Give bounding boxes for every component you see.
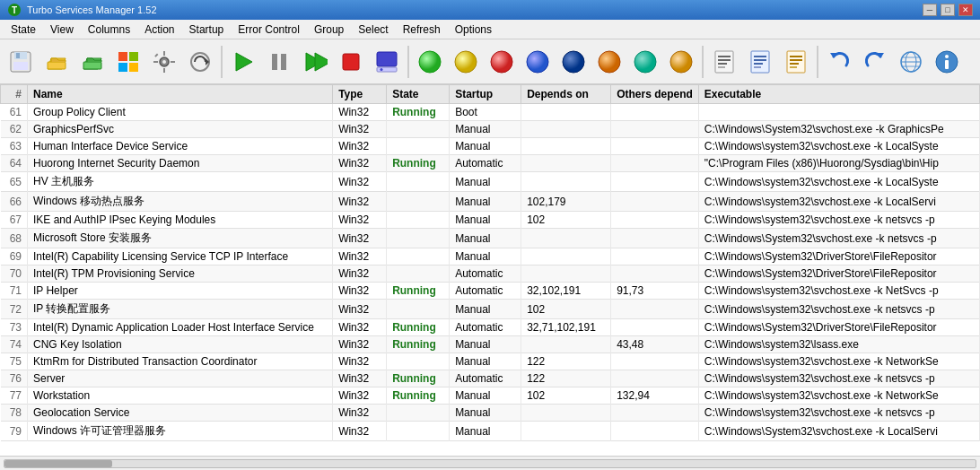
report3-button[interactable] bbox=[779, 43, 813, 81]
col-header-startup[interactable]: Startup bbox=[450, 85, 521, 104]
table-row[interactable]: 72 IP 转换配置服务 Win32 Manual 102 C:\Windows… bbox=[1, 300, 980, 319]
windows-button[interactable] bbox=[111, 43, 145, 81]
green-status-button[interactable] bbox=[413, 43, 447, 81]
cell-startup: Manual bbox=[450, 405, 521, 422]
restart-button[interactable] bbox=[298, 43, 332, 81]
cell-others bbox=[611, 192, 699, 212]
svg-point-63 bbox=[945, 55, 949, 58]
darkblue-status-button[interactable] bbox=[556, 43, 591, 81]
maximize-button[interactable]: □ bbox=[941, 4, 955, 16]
col-header-state[interactable]: State bbox=[387, 85, 450, 104]
table-row[interactable]: 78 Geolocation Service Win32 Manual C:\W… bbox=[1, 405, 980, 422]
menu-select[interactable]: Select bbox=[351, 22, 395, 38]
menu-group[interactable]: Group bbox=[307, 22, 351, 38]
window-controls[interactable]: ─ □ ✕ bbox=[923, 4, 973, 16]
table-row[interactable]: 68 Microsoft Store 安装服务 Win32 Manual C:\… bbox=[1, 229, 980, 248]
amber-status-button[interactable] bbox=[664, 43, 698, 81]
redo-button[interactable] bbox=[858, 43, 892, 81]
scrollbar-thumb[interactable] bbox=[4, 460, 112, 467]
open-back-button[interactable] bbox=[75, 43, 109, 81]
table-row[interactable]: 61 Group Policy Client Win32 Running Boo… bbox=[1, 104, 980, 121]
menu-state[interactable]: State bbox=[4, 22, 43, 38]
cell-name: GraphicsPerfSvc bbox=[28, 121, 333, 138]
table-row[interactable]: 73 Intel(R) Dynamic Application Loader H… bbox=[1, 319, 980, 336]
cell-type: Win32 bbox=[333, 336, 387, 353]
cell-name: CNG Key Isolation bbox=[28, 336, 333, 353]
close-button[interactable]: ✕ bbox=[958, 4, 973, 16]
install-button[interactable] bbox=[370, 43, 404, 81]
red-status-button[interactable] bbox=[485, 43, 519, 81]
blue-status-button[interactable] bbox=[521, 43, 555, 81]
col-header-exec[interactable]: Executable bbox=[698, 85, 979, 104]
yellow-status-button[interactable] bbox=[449, 43, 483, 81]
scrollbar-track[interactable] bbox=[4, 459, 976, 468]
cell-name: Windows 移动热点服务 bbox=[28, 192, 333, 212]
minimize-button[interactable]: ─ bbox=[923, 4, 937, 16]
table-row[interactable]: 66 Windows 移动热点服务 Win32 Manual 102,179 C… bbox=[1, 192, 980, 212]
table-row[interactable]: 70 Intel(R) TPM Provisioning Service Win… bbox=[1, 265, 980, 283]
cell-startup: Manual bbox=[450, 212, 521, 229]
menu-columns[interactable]: Columns bbox=[81, 22, 137, 38]
teal-status-button[interactable] bbox=[628, 43, 662, 81]
svg-marker-27 bbox=[315, 53, 328, 71]
cell-name: Intel(R) Dynamic Application Loader Host… bbox=[28, 319, 333, 336]
stop-button[interactable] bbox=[334, 43, 368, 81]
service-table-container[interactable]: # Name Type State Startup Depends on Oth… bbox=[0, 84, 980, 456]
col-header-name[interactable]: Name bbox=[28, 85, 333, 104]
table-row[interactable]: 77 Workstation Win32 Running Manual 102 … bbox=[1, 387, 980, 405]
cell-depends: 102 bbox=[521, 300, 611, 319]
cell-name: KtmRm for Distributed Transaction Coordi… bbox=[28, 353, 333, 370]
col-header-type[interactable]: Type bbox=[333, 85, 387, 104]
svg-rect-48 bbox=[754, 63, 763, 65]
settings-button[interactable] bbox=[147, 43, 181, 81]
svg-rect-10 bbox=[118, 52, 127, 61]
cell-name: Huorong Internet Security Daemon bbox=[28, 155, 333, 172]
cell-others: 43,48 bbox=[611, 336, 699, 353]
cell-state bbox=[387, 353, 450, 370]
cell-type: Win32 bbox=[333, 283, 387, 300]
update-button[interactable] bbox=[183, 43, 217, 81]
open-button[interactable] bbox=[39, 43, 74, 81]
table-row[interactable]: 62 GraphicsPerfSvc Win32 Manual C:\Windo… bbox=[1, 121, 980, 138]
table-row[interactable]: 79 Windows 许可证管理器服务 Win32 Manual C:\Wind… bbox=[1, 422, 980, 441]
table-row[interactable]: 63 Human Interface Device Service Win32 … bbox=[1, 138, 980, 155]
svg-rect-4 bbox=[13, 62, 28, 70]
cell-num: 72 bbox=[1, 300, 28, 319]
menu-options[interactable]: Options bbox=[448, 22, 499, 38]
start-button[interactable] bbox=[226, 43, 260, 81]
undo-button[interactable] bbox=[822, 43, 856, 81]
sep3 bbox=[702, 46, 704, 78]
report2-button[interactable] bbox=[743, 43, 777, 81]
orange-status-button[interactable] bbox=[592, 43, 626, 81]
cell-depends bbox=[521, 121, 611, 138]
table-row[interactable]: 69 Intel(R) Capability Licensing Service… bbox=[1, 248, 980, 265]
menu-refresh[interactable]: Refresh bbox=[396, 22, 448, 38]
col-header-num[interactable]: # bbox=[1, 85, 28, 104]
cell-type: Win32 bbox=[333, 155, 387, 172]
table-row[interactable]: 71 IP Helper Win32 Running Automatic 32,… bbox=[1, 283, 980, 300]
col-header-depends[interactable]: Depends on bbox=[521, 85, 611, 104]
table-row[interactable]: 74 CNG Key Isolation Win32 Running Manua… bbox=[1, 336, 980, 353]
cell-name: Microsoft Store 安装服务 bbox=[28, 229, 333, 248]
col-header-others[interactable]: Others depend bbox=[611, 85, 699, 104]
menu-action[interactable]: Action bbox=[137, 22, 181, 38]
horizontal-scrollbar[interactable] bbox=[0, 456, 980, 470]
info-button[interactable] bbox=[930, 43, 964, 81]
table-row[interactable]: 75 KtmRm for Distributed Transaction Coo… bbox=[1, 353, 980, 370]
save-button[interactable] bbox=[4, 43, 38, 81]
table-row[interactable]: 65 HV 主机服务 Win32 Manual C:\Windows\syste… bbox=[1, 172, 980, 192]
menu-startup[interactable]: Startup bbox=[182, 22, 232, 38]
cell-name: IKE and AuthIP IPsec Keying Modules bbox=[28, 212, 333, 229]
cell-state bbox=[387, 192, 450, 212]
menu-error-control[interactable]: Error Control bbox=[231, 22, 307, 38]
menu-view[interactable]: View bbox=[43, 22, 81, 38]
table-row[interactable]: 64 Huorong Internet Security Daemon Win3… bbox=[1, 155, 980, 172]
cell-num: 66 bbox=[1, 192, 28, 212]
table-row[interactable]: 76 Server Win32 Running Automatic 122 C:… bbox=[1, 370, 980, 387]
connect-button[interactable] bbox=[894, 43, 928, 81]
svg-rect-16 bbox=[163, 51, 165, 56]
cell-name: Intel(R) Capability Licensing Service TC… bbox=[28, 248, 333, 265]
report1-button[interactable] bbox=[707, 43, 741, 81]
table-row[interactable]: 67 IKE and AuthIP IPsec Keying Modules W… bbox=[1, 212, 980, 229]
pause-button[interactable] bbox=[262, 43, 296, 81]
